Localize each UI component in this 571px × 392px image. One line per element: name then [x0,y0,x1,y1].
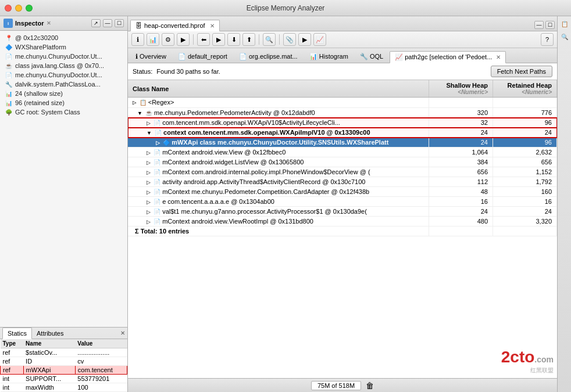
row7-cell: ▷ 📄 mContext com.android.internal.policy… [128,167,429,177]
inspector-tab-close[interactable]: ✕ [47,20,51,26]
ref1-icon: 📄 [5,52,13,60]
context-icon: 📄 [155,130,162,136]
inspector-header-actions: ↗ — ☐ [91,19,124,27]
inspector-action-min[interactable]: — [103,19,112,27]
table-row-11[interactable]: ▷ 📄 val$t1 me.chunyu.g7anno.processor.Ac… [128,207,557,217]
inspector-title: Inspector [15,20,44,27]
tree-item-ref2-label: me.chunyu.ChunyuDoctor.Ut... [15,71,102,78]
regex-icon: 📋 [140,99,147,106]
row9-icon: 📄 [154,189,160,195]
row5-expand: ▷ [147,150,151,156]
tab-histogram[interactable]: 📊 Histogram [304,51,354,63]
toolbar-link[interactable]: 📎 [283,33,296,46]
toolbar-chart[interactable]: 📊 [147,33,159,46]
toolbar-run[interactable]: ▶ [177,33,190,46]
window-controls[interactable] [5,5,33,12]
col-type: Type [1,339,24,348]
tree-item-gc-label: GC root: System Class [15,109,80,116]
file-tab-heap[interactable]: 🗄 heap-converted.hprof ✕ [130,20,220,31]
table-row-7[interactable]: ▷ 📄 mContext com.android.internal.policy… [128,167,557,177]
table-row-12[interactable]: ▷ 📄 mContext android.view.ViewRootImpl @… [128,217,557,226]
lifecycle-cell: ▷ 📄 com.tencent.mm.sdk.openapi.WXApiV10$… [128,118,429,128]
tree-item-dalvik[interactable]: 🔧 dalvik.system.PathClassLoa... [0,80,127,89]
statics-row-mwxapi[interactable]: ref mWXApi com.tencent [1,366,127,375]
tree-item-ref1[interactable]: 📄 me.chunyu.ChunyuDoctor.Ut... [0,52,127,61]
statics-row-3[interactable]: int SUPPORT... 553779201 [1,375,127,383]
toolbar-graph[interactable]: 📈 [313,33,326,46]
tab-overview[interactable]: ℹ Overview [130,51,172,63]
path2gc-close[interactable]: ✕ [496,54,501,60]
table-row-8[interactable]: ▷ 📄 activity android.app.ActivityThread$… [128,177,557,187]
tab-default-report[interactable]: 📄 default_report [173,51,233,63]
minimize-button[interactable] [15,5,22,12]
toolbar-info[interactable]: ℹ [131,33,144,46]
tree-item-shallow-label: 24 (shallow size) [15,90,63,97]
tab-oql[interactable]: 🔧 OQL [355,51,388,63]
tab-statics[interactable]: Statics [2,328,32,339]
right-panel-minimize[interactable]: — [534,21,544,29]
toolbar-search[interactable]: 🔍 [263,33,276,46]
row5-shallow: 1,064 [429,148,493,157]
toolbar-help[interactable]: ? [541,33,554,46]
tree-item-class-label: class java.lang.Class @ 0x70... [15,62,104,69]
table-row-context[interactable]: ▼ 📄 context com.tencent.mm.sdk.openapi.W… [128,128,557,138]
table-row-mwxapi[interactable]: ▷ 🔷 mWXApi class me.chunyu.ChunyuDoctor.… [128,138,557,148]
sidebar-icon-search[interactable]: 🔍 [559,31,570,42]
inspector-action-new[interactable]: ↗ [91,19,101,27]
tab-org-eclipse[interactable]: 📄 org.eclipse.mat... [234,51,303,63]
default-report-icon: 📄 [178,53,186,60]
row9-expand: ▷ [147,189,151,195]
th-class-name: Class Name [128,80,429,98]
oql-icon: 🔧 [360,53,368,60]
fetch-next-paths-button[interactable]: Fetch Next Paths [491,66,552,77]
maximize-button[interactable] [26,5,33,12]
toolbar-back[interactable]: ⬅ [197,33,210,46]
tree-item-address[interactable]: 📍 @ 0x12c30200 [0,33,127,42]
right-panel-maximize[interactable]: ☐ [545,21,555,29]
table-row-10[interactable]: ▷ 📄 e com.tencent.a.a.a.a.e @ 0x1304ab00… [128,197,557,207]
tab-attributes[interactable]: Attributes [32,328,68,339]
tree-item-ref2[interactable]: 📄 me.chunyu.ChunyuDoctor.Ut... [0,70,127,80]
tree-item-retained[interactable]: 📊 96 (retained size) [0,98,127,107]
histogram-icon: 📊 [309,53,317,60]
toolbar-play[interactable]: ▶ [298,33,311,46]
toolbar-settings[interactable]: ⚙ [162,33,174,46]
trash-icon[interactable]: 🗑 [366,381,374,390]
table-row-9[interactable]: ▷ 📄 mContext me.chunyu.Pedometer.Competi… [128,187,557,197]
inspector-action-max[interactable]: ☐ [115,19,124,27]
row6-shallow: 384 [429,157,493,167]
oql-label: OQL [370,53,383,60]
tree-item-wxshare[interactable]: 🔷 WXSharePlatform [0,42,127,52]
row6-retained: 656 [493,157,557,167]
tree-item-shallow[interactable]: 📊 24 (shallow size) [0,89,127,98]
tab-path2gc[interactable]: 📈 path2gc [selection of 'Pedoet... ✕ [390,51,506,63]
total-retained [493,226,557,236]
table-row-5[interactable]: ▷ 📄 mContext android.view.View @ 0x12fbb… [128,148,557,157]
row11-icon: 📄 [154,208,160,215]
table-row-6[interactable]: ▷ 📄 mContext android.widget.ListView @ 0… [128,157,557,167]
context-cell: ▼ 📄 context com.tencent.mm.sdk.openapi.W… [128,128,429,138]
table-row-total[interactable]: Σ Total: 10 entries [128,226,557,236]
table-row-pedometer[interactable]: ▼ ☕ me.chunyu.Pedometer.PedometerActivit… [128,108,557,118]
bottom-status-bar: 75M of 518M 🗑 [128,378,557,392]
statics-row-0[interactable]: ref $staticOv... .................. [1,348,127,357]
toolbar-next[interactable]: ▶ [212,33,225,46]
statics-row-1[interactable]: ref ID cv [1,357,127,366]
table-row-activity-lifecycle[interactable]: ▷ 📄 com.tencent.mm.sdk.openapi.WXApiV10$… [128,118,557,128]
path2gc-icon: 📈 [395,53,403,60]
close-button[interactable] [5,5,12,12]
tree-item-class[interactable]: ☕ class java.lang.Class @ 0x70... [0,61,127,70]
sidebar-icon-clipboard[interactable]: 📋 [559,19,570,29]
name-mwxapi: mWXApi [23,366,75,375]
main-toolbar: ℹ 📊 ⚙ ▶ ⬅ ▶ ⬇ ⬆ 🔍 📎 ▶ 📈 ? [128,31,557,48]
th-shallow: Shallow Heap <Numeric> [429,80,493,98]
statics-row-4[interactable]: int maxWidth 100 [1,383,127,392]
status-bar: Status: Found 30 paths so far. Fetch Nex… [128,63,557,80]
toolbar-up[interactable]: ⬆ [242,33,255,46]
total-cell: Σ Total: 10 entries [128,226,429,236]
table-row-regex[interactable]: ▷ 📋 <Regex> [128,98,557,108]
toolbar-down[interactable]: ⬇ [227,33,240,46]
tree-item-gc[interactable]: 🌳 GC root: System Class [0,107,127,117]
tab-close-icon[interactable]: ✕ [120,330,125,336]
heap-tab-close[interactable]: ✕ [210,23,215,29]
